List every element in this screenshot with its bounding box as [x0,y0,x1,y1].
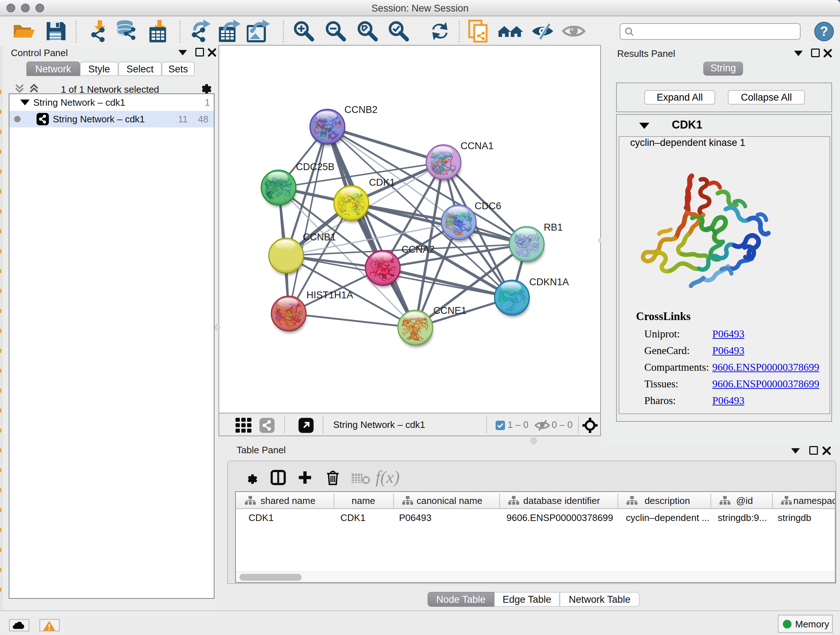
svg-text:?: ? [820,24,828,39]
svg-text:CDC6: CDC6 [475,201,501,211]
svg-text:CDC25B: CDC25B [296,162,335,172]
svg-text:CCNB1: CCNB1 [303,232,336,242]
svg-text:CCNA1: CCNA1 [461,141,494,151]
svg-text:RB1: RB1 [544,222,563,233]
svg-text:CDKN1A: CDKN1A [529,277,569,287]
svg-text:CCNA2: CCNA2 [401,244,435,255]
svg-text:CCNB2: CCNB2 [344,104,378,115]
svg-text:HIST1H1A: HIST1H1A [306,290,353,301]
svg-text:CCNE1: CCNE1 [433,305,467,316]
svg-text:CDK1: CDK1 [369,177,395,188]
